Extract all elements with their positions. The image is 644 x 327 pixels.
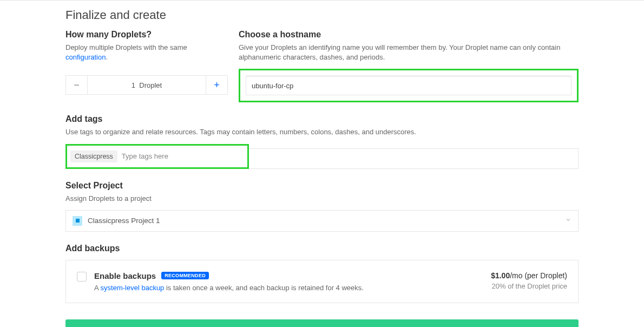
hostname-title: Choose a hostname [239,30,579,40]
hostname-input[interactable] [246,76,571,95]
create-droplet-button[interactable]: Create Droplet [65,319,579,327]
hostname-desc: Give your Droplets an identifying name y… [239,43,579,62]
tag-chip[interactable]: Classicpress [70,151,117,162]
backups-desc: A system-level backup is taken once a we… [94,284,491,292]
configuration-link[interactable]: configuration [65,53,106,61]
project-select[interactable]: Classicpress Project 1 [65,210,579,232]
backup-price: $1.00/mo (per Droplet) [491,271,567,280]
system-level-backup-link[interactable]: system-level backup [101,284,165,292]
project-icon [73,216,82,226]
page-title: Finalize and create [65,1,579,30]
backups-title: Add backups [65,244,579,253]
backup-price-sub: 20% of the Droplet price [491,282,567,290]
backups-panel: Enable backups RECOMMENDED A system-leve… [65,260,579,303]
increment-button[interactable]: + [206,76,227,94]
tags-highlight: Classicpress Type tags here [65,144,249,169]
project-title: Select Project [65,181,579,191]
droplets-count-desc: Deploy multiple Droplets with the same c… [65,43,228,62]
project-selected-name: Classicpress Project 1 [88,217,565,225]
quantity-stepper: − 1 Droplet + [65,75,228,95]
tags-input[interactable]: Type tags here [122,152,168,160]
enable-backups-label: Enable backups [94,271,156,280]
tags-title: Add tags [65,114,579,124]
recommended-badge: RECOMMENDED [161,272,209,279]
droplets-count-title: How many Droplets? [65,30,228,40]
chevron-down-icon [565,217,571,225]
tags-field-extension[interactable] [248,148,579,169]
enable-backups-checkbox[interactable] [77,272,87,282]
tags-desc: Use tags to organize and relate resource… [65,127,579,137]
decrement-button[interactable]: − [66,76,88,94]
hostname-highlight [239,69,579,102]
droplet-count-value: 1 Droplet [88,76,206,94]
project-desc: Assign Droplets to a project [65,194,579,204]
